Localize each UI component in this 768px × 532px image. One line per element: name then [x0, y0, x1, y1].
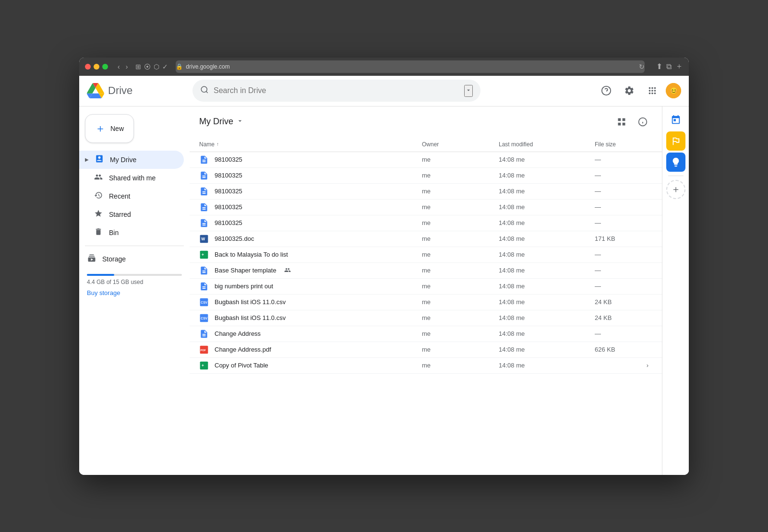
table-row[interactable]: 98100325 me 14:08 me — [190, 168, 662, 184]
file-name-cell: 98100325 [199, 187, 422, 196]
duplicate-button[interactable]: ⧉ [666, 62, 672, 71]
recent-icon [94, 191, 103, 201]
file-size-cell: — [595, 219, 652, 226]
sidebar-item-label: Bin [109, 229, 119, 236]
file-modified-cell: 14:08 me [499, 235, 595, 242]
file-type-icon [199, 202, 209, 212]
sidebar-item-recent[interactable]: Recent [79, 187, 184, 205]
tasks-button[interactable] [666, 131, 685, 151]
table-row[interactable]: 98100325 me 14:08 me — [190, 184, 662, 200]
table-row[interactable]: W 98100325.doc me 14:08 me 171 KB [190, 231, 662, 247]
file-name: Base Shaper template [215, 267, 276, 274]
title-bar: ‹ › ⊞ ⦿ ⬡ ✓ 🔒 drive.google.com ↻ ⬆ ⧉ ＋ [79, 58, 689, 76]
apps-button[interactable] [643, 81, 662, 100]
file-type-icon [199, 171, 209, 180]
row-chevron: › [595, 362, 652, 369]
file-name: 98100325 [215, 219, 242, 226]
sidebar-item-bin[interactable]: Bin [79, 224, 184, 242]
grid-view-button[interactable] [612, 112, 631, 131]
file-modified-cell: 14:08 me [499, 219, 595, 226]
search-dropdown-button[interactable] [464, 85, 473, 97]
file-type-icon: CSV [199, 297, 209, 307]
new-tab-button[interactable]: ＋ [675, 61, 683, 71]
table-row[interactable]: Change Address me 14:08 me — [190, 326, 662, 342]
table-row[interactable]: CSV Bugbash list iOS 11.0.csv me 14:08 m… [190, 310, 662, 326]
table-row[interactable]: 98100325 me 14:08 me — [190, 200, 662, 215]
settings-button[interactable] [620, 81, 639, 100]
table-row[interactable]: + Back to Malaysia To do list me 14:08 m… [190, 247, 662, 263]
file-size-cell: — [595, 330, 652, 337]
calendar-button[interactable] [666, 110, 685, 130]
file-name-cell: Change Address [199, 329, 422, 339]
file-owner-cell: me [422, 298, 499, 306]
sidebar-item-starred[interactable]: Starred [79, 205, 184, 224]
search-bar[interactable] [192, 80, 480, 102]
file-type-icon: PDF [199, 345, 209, 355]
table-row[interactable]: PDF Change Address.pdf me 14:08 me 626 K… [190, 342, 662, 358]
close-button[interactable] [85, 64, 91, 70]
sidebar-divider [668, 176, 684, 176]
sidebar: ＋ New ▶ My Drive [79, 106, 190, 475]
help-button[interactable] [597, 81, 616, 100]
forward-button[interactable]: › [124, 62, 130, 71]
sidebar-item-label: My Drive [110, 156, 136, 164]
svg-point-0 [201, 86, 207, 92]
avatar[interactable]: 😊 [666, 83, 681, 98]
storage-icon [87, 254, 96, 264]
file-name: Bugbash list iOS 11.0.csv [215, 298, 286, 306]
file-name: Change Address.pdf [215, 346, 271, 353]
svg-text:W: W [201, 236, 205, 241]
table-row[interactable]: + Copy of Pivot Table me 14:08 me › [190, 358, 662, 374]
table-row[interactable]: CSV Bugbash list iOS 11.0.csv me 14:08 m… [190, 295, 662, 310]
lock-icon: 🔒 [176, 63, 183, 70]
sidebar-item-my-drive[interactable]: ▶ My Drive [79, 151, 184, 169]
extension-icon[interactable]: ⬡ [154, 63, 159, 71]
file-size-cell: — [595, 203, 652, 211]
sidebar-item-storage[interactable]: Storage [79, 250, 184, 268]
table-row[interactable]: Base Shaper template me 14:08 me — [190, 263, 662, 279]
new-button[interactable]: ＋ New [85, 114, 134, 143]
file-modified-cell: 14:08 me [499, 314, 595, 321]
file-modified-cell: 14:08 me [499, 156, 595, 163]
table-row[interactable]: 98100325 me 14:08 me — [190, 152, 662, 168]
sidebar-item-label: Shared with me [109, 174, 156, 182]
file-name-cell: CSV Bugbash list iOS 11.0.csv [199, 297, 422, 307]
table-row[interactable]: 98100325 me 14:08 me — [190, 215, 662, 231]
add-app-button[interactable]: ＋ [666, 180, 685, 199]
new-plus-icon: ＋ [95, 121, 106, 136]
main-layout: ＋ New ▶ My Drive [79, 106, 689, 475]
file-name: Change Address [215, 330, 261, 337]
info-button[interactable] [633, 112, 652, 131]
file-owner-cell: me [422, 251, 499, 258]
buy-storage-link[interactable]: Buy storage [87, 289, 182, 296]
back-button[interactable]: ‹ [116, 62, 122, 71]
storage-bar [87, 274, 182, 276]
sidebar-toggle-button[interactable]: ⊞ [135, 63, 141, 71]
new-button-label: New [110, 125, 124, 132]
file-name-cell: big numbers print out [199, 282, 422, 291]
file-name-cell: W 98100325.doc [199, 234, 422, 244]
file-name: 98100325 [215, 203, 242, 211]
table-row[interactable]: big numbers print out me 14:08 me — [190, 279, 662, 295]
reload-button[interactable]: ↻ [639, 63, 645, 71]
file-owner-cell: me [422, 267, 499, 274]
minimize-button[interactable] [94, 64, 99, 70]
svg-line-1 [206, 91, 207, 93]
right-sidebar: ＋ [662, 106, 689, 475]
bin-icon [94, 227, 103, 238]
maximize-button[interactable] [102, 64, 108, 70]
url-bar[interactable]: 🔒 drive.google.com ↻ [176, 60, 645, 73]
traffic-lights [85, 64, 108, 70]
file-type-icon [199, 266, 209, 275]
file-name-cell: 98100325 [199, 171, 422, 180]
file-owner-cell: me [422, 188, 499, 195]
sidebar-item-shared[interactable]: Shared with me [79, 169, 184, 187]
file-type-icon [199, 329, 209, 339]
file-modified-cell: 14:08 me [499, 267, 595, 274]
privacy-icon[interactable]: ⦿ [144, 63, 151, 71]
keep-button[interactable] [666, 153, 685, 172]
drive-title-chevron-icon[interactable] [236, 117, 244, 126]
bookmark-icon[interactable]: ✓ [162, 63, 168, 71]
share-button[interactable]: ⬆ [656, 62, 662, 71]
search-input[interactable] [214, 86, 459, 95]
